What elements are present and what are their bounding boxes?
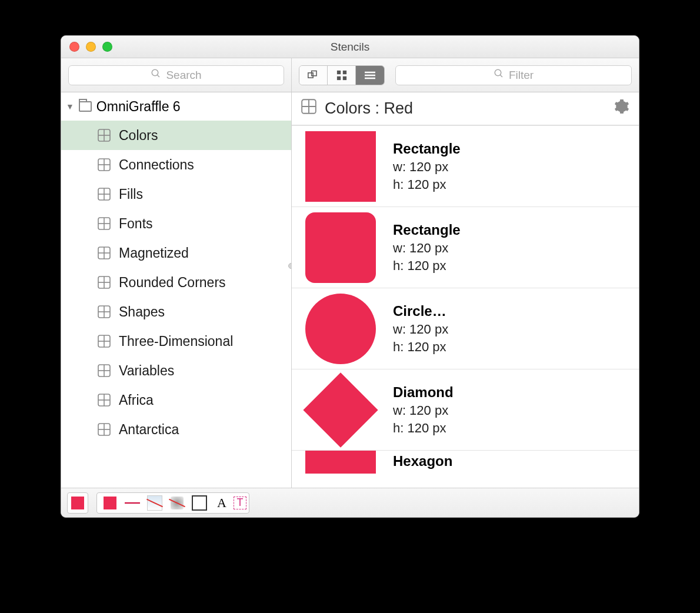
toolbar-right: Filter <box>292 65 639 85</box>
traffic-lights <box>61 42 112 52</box>
list-item[interactable]: Hexagon <box>292 450 639 474</box>
sidebar-item-antarctica[interactable]: Antarctica <box>61 415 291 444</box>
window-title: Stencils <box>61 41 639 54</box>
sidebar-item-label: Rounded Corners <box>119 275 226 291</box>
shape-thumb <box>302 212 379 283</box>
stencil-icon <box>98 364 111 377</box>
svg-rect-4 <box>336 70 340 74</box>
sidebar-item-label: Variables <box>119 363 174 379</box>
toolbar-left: Search <box>61 58 292 92</box>
item-name: Rectangle <box>393 141 461 157</box>
sidebar-item-fills[interactable]: Fills <box>61 179 291 209</box>
sidebar-item-rounded-corners[interactable]: Rounded Corners <box>61 268 291 297</box>
item-name: Diamond <box>393 384 454 401</box>
swatch-color-icon <box>71 497 84 509</box>
list-item[interactable]: Diamond w: 120 px h: 120 px <box>292 369 639 450</box>
search-icon <box>494 68 504 82</box>
toolbar: Search Filter <box>61 58 639 92</box>
filter-placeholder: Filter <box>509 69 534 82</box>
content-area: ▼ OmniGraffle 6 Colors Connections Fills <box>61 92 639 488</box>
close-button[interactable] <box>69 42 79 52</box>
stencil-icon <box>98 423 111 436</box>
shape-style-chip[interactable] <box>189 495 210 511</box>
item-meta: Circle… w: 120 px h: 120 px <box>393 303 448 355</box>
stencil-icon <box>98 129 111 142</box>
view-outline-button[interactable] <box>299 66 328 85</box>
fill-style-chip[interactable] <box>99 495 121 511</box>
sidebar-item-variables[interactable]: Variables <box>61 356 291 385</box>
sidebar-item-label: Shapes <box>119 304 165 320</box>
sidebar-resize-handle[interactable] <box>288 263 292 269</box>
style-strip: A T <box>96 492 249 514</box>
item-meta: Rectangle w: 120 px h: 120 px <box>393 141 461 192</box>
item-height: h: 120 px <box>393 258 461 274</box>
view-mode-segmented <box>299 65 385 85</box>
shape-thumb <box>302 294 379 364</box>
view-grid-button[interactable] <box>328 66 356 85</box>
sidebar: ▼ OmniGraffle 6 Colors Connections Fills <box>61 92 292 488</box>
svg-rect-3 <box>311 71 316 75</box>
filter-input[interactable]: Filter <box>395 65 632 85</box>
item-width: w: 120 px <box>393 241 461 256</box>
shadow-style-chip[interactable] <box>166 495 188 511</box>
svg-point-11 <box>495 69 501 76</box>
text-layout-chip[interactable]: T <box>234 497 246 509</box>
sidebar-item-label: Three-Dimensional <box>119 334 233 349</box>
main-pane: Colors : Red Rectangle w: 120 px h: 120 … <box>292 92 639 488</box>
sidebar-item-magnetized[interactable]: Magnetized <box>61 238 291 268</box>
sidebar-item-colors[interactable]: Colors <box>61 121 291 150</box>
sidebar-item-label: Fills <box>119 186 143 202</box>
svg-line-1 <box>158 75 160 77</box>
svg-rect-2 <box>308 72 312 77</box>
item-height: h: 120 px <box>393 177 461 192</box>
sidebar-item-label: Africa <box>119 392 154 408</box>
item-width: w: 120 px <box>393 322 448 337</box>
sidebar-item-shapes[interactable]: Shapes <box>61 297 291 327</box>
stencils-window: Stencils Search <box>61 35 639 518</box>
minimize-button[interactable] <box>86 42 96 52</box>
item-height: h: 120 px <box>393 339 448 355</box>
folder-icon <box>79 101 92 112</box>
list-item[interactable]: Rectangle w: 120 px h: 120 px <box>292 125 639 206</box>
stencil-icon <box>98 188 111 201</box>
view-list-button[interactable] <box>356 66 384 85</box>
item-meta: Diamond w: 120 px h: 120 px <box>393 384 454 436</box>
search-icon <box>151 68 161 82</box>
stroke-style-chip[interactable] <box>122 495 143 511</box>
image-style-chip[interactable] <box>144 495 165 511</box>
sidebar-item-label: Magnetized <box>119 245 189 261</box>
shape-thumb <box>302 375 379 445</box>
item-meta: Rectangle w: 120 px h: 120 px <box>393 222 461 274</box>
disclosure-triangle-icon[interactable]: ▼ <box>66 102 74 111</box>
item-name: Hexagon <box>393 453 452 469</box>
stencil-icon <box>98 335 111 348</box>
sidebar-item-fonts[interactable]: Fonts <box>61 209 291 238</box>
stencil-icon <box>98 217 111 230</box>
sidebar-item-three-dimensional[interactable]: Three-Dimensional <box>61 327 291 356</box>
stencil-list: Rectangle w: 120 px h: 120 px Rectangle … <box>292 125 639 488</box>
item-name: Rectangle <box>393 222 461 238</box>
sidebar-item-label: Colors <box>119 128 158 144</box>
font-style-chip[interactable]: A <box>211 495 232 511</box>
gear-icon[interactable] <box>614 99 629 118</box>
list-item[interactable]: Rectangle w: 120 px h: 120 px <box>292 206 639 288</box>
list-item[interactable]: Circle… w: 120 px h: 120 px <box>292 288 639 369</box>
sidebar-item-label: Connections <box>119 157 194 173</box>
sidebar-item-connections[interactable]: Connections <box>61 150 291 179</box>
tree-root[interactable]: ▼ OmniGraffle 6 <box>61 92 291 121</box>
sidebar-item-africa[interactable]: Africa <box>61 385 291 415</box>
search-input[interactable]: Search <box>68 65 284 85</box>
zoom-button[interactable] <box>102 42 112 52</box>
item-height: h: 120 px <box>393 421 454 436</box>
svg-point-0 <box>152 69 159 76</box>
main-title: Colors : Red <box>325 99 413 118</box>
stencil-icon <box>98 158 111 171</box>
stencil-icon <box>98 276 111 289</box>
stencil-icon <box>98 246 111 259</box>
item-width: w: 120 px <box>393 159 461 175</box>
root-label: OmniGraffle 6 <box>96 99 181 115</box>
search-placeholder: Search <box>166 69 201 82</box>
color-swatch[interactable] <box>67 492 88 514</box>
svg-rect-5 <box>342 70 346 74</box>
shape-thumb <box>302 131 379 202</box>
